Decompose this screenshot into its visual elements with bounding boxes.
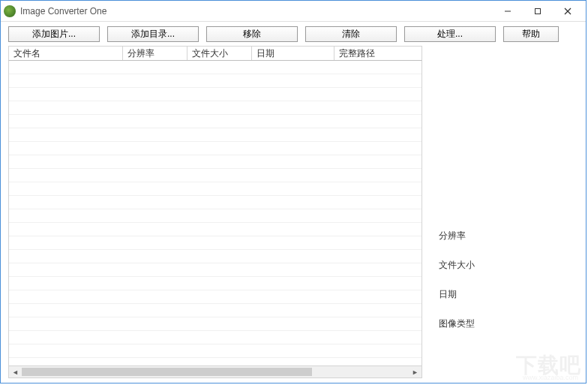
info-labels: 分辨率 文件大小 日期 图像类型 xyxy=(439,230,475,330)
clear-button[interactable]: 清除 xyxy=(305,26,397,42)
process-button[interactable]: 处理... xyxy=(404,26,496,42)
label-date: 日期 xyxy=(439,288,475,301)
table-row xyxy=(9,101,422,115)
table-row xyxy=(9,209,422,223)
col-filename[interactable]: 文件名 xyxy=(9,47,123,60)
label-filesize: 文件大小 xyxy=(439,259,475,272)
table-header: 文件名 分辨率 文件大小 日期 完整路径 xyxy=(8,46,422,61)
minimize-button[interactable] xyxy=(493,2,523,21)
scroll-thumb[interactable] xyxy=(22,368,312,376)
label-imagetype: 图像类型 xyxy=(439,317,475,330)
toolbar: 添加图片... 添加目录... 移除 清除 处理... 帮助 xyxy=(1,22,586,44)
col-fullpath[interactable]: 完整路径 xyxy=(334,47,422,60)
table-row xyxy=(9,155,422,169)
file-table: 文件名 分辨率 文件大小 日期 完整路径 xyxy=(8,46,422,378)
add-image-button[interactable]: 添加图片... xyxy=(8,26,100,42)
app-icon xyxy=(4,5,16,17)
scroll-track[interactable] xyxy=(22,366,409,377)
table-row xyxy=(9,304,422,317)
table-row xyxy=(9,115,422,128)
table-row xyxy=(9,182,422,196)
col-filesize[interactable]: 文件大小 xyxy=(188,47,252,60)
add-folder-button[interactable]: 添加目录... xyxy=(107,26,199,42)
table-body[interactable] xyxy=(8,61,422,365)
table-row xyxy=(9,290,422,304)
table-row xyxy=(9,317,422,331)
svg-rect-1 xyxy=(536,8,541,14)
help-button[interactable]: 帮助 xyxy=(503,26,559,42)
app-window: Image Converter One 添加图片... 添加目录... 移除 清… xyxy=(0,0,586,383)
scroll-left-button[interactable]: ◄ xyxy=(9,366,22,377)
table-row xyxy=(9,263,422,277)
col-date[interactable]: 日期 xyxy=(252,47,334,60)
table-row xyxy=(9,344,422,358)
table-row xyxy=(9,223,422,236)
col-resolution[interactable]: 分辨率 xyxy=(123,47,188,60)
horizontal-scrollbar[interactable]: ◄ ► xyxy=(8,365,422,378)
table-row xyxy=(9,277,422,290)
info-panel: 分辨率 文件大小 日期 图像类型 xyxy=(425,46,580,378)
table-row xyxy=(9,142,422,155)
remove-button[interactable]: 移除 xyxy=(206,26,298,42)
table-row xyxy=(9,331,422,344)
titlebar: Image Converter One xyxy=(1,1,586,22)
window-title: Image Converter One xyxy=(20,6,493,17)
table-row xyxy=(9,169,422,182)
close-button[interactable] xyxy=(553,2,583,21)
table-row xyxy=(9,128,422,142)
content-area: 文件名 分辨率 文件大小 日期 完整路径 xyxy=(1,44,586,383)
label-resolution: 分辨率 xyxy=(439,230,475,242)
table-row xyxy=(9,74,422,88)
table-row xyxy=(9,250,422,263)
table-row xyxy=(9,196,422,209)
window-controls xyxy=(493,2,583,21)
scroll-right-button[interactable]: ► xyxy=(409,366,422,377)
maximize-button[interactable] xyxy=(523,2,553,21)
table-row xyxy=(9,236,422,250)
table-row xyxy=(9,88,422,101)
table-row xyxy=(9,61,422,74)
